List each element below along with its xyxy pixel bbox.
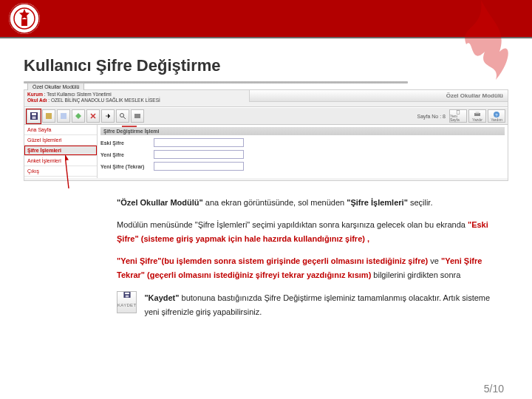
svg-point-8 (120, 114, 124, 117)
svg-rect-6 (46, 113, 52, 119)
bold-module: "Özel Okullar Modülü" (117, 198, 203, 207)
toolbar-btn-6[interactable] (116, 109, 129, 123)
new-pass-again-label: Yeni Şifre (Tekrar) (100, 164, 154, 169)
p3c: ve (428, 256, 441, 265)
para-3: "Yeni Şifre"(bu işlemden sonra sistem gi… (117, 254, 502, 282)
app-module-title: Özel Okullar Modülü (249, 90, 508, 102)
new-pass-label: Yeni Şifre (100, 152, 154, 157)
sidebar-item-survey[interactable]: Anket İşlemleri (24, 156, 97, 166)
new-page-label: Yenı Sayfa (450, 115, 466, 122)
panel-title: Şifre Değiştirme İşlemi (100, 127, 505, 135)
p1d: seçilir. (408, 198, 433, 207)
para-2: Modülün menüsünde "Şifre İşlemleri" seçi… (117, 218, 502, 246)
old-pass-input[interactable] (154, 138, 244, 147)
sidebar-item-exit[interactable]: Çıkış (24, 166, 97, 177)
workarea: Ana Sayfa Güzel İşlemleri Şifre İşlemler… (24, 125, 508, 178)
toolbar-btn-1[interactable] (42, 109, 55, 123)
content-panel: Şifre Değiştirme İşlemi Eski Şifre Yeni … (98, 125, 508, 178)
svg-rect-5 (32, 117, 35, 120)
bold-new-pass: "Yeni Şifre" (117, 256, 162, 265)
bold-password-ops: "Şifre İşlemleri" (347, 198, 408, 207)
sidebar-item-password[interactable]: Şifre İşlemleri (24, 146, 97, 156)
para-4: "Kaydet" butonuna bastığınızda Şifre Değ… (144, 291, 502, 319)
new-page-button[interactable]: Yenı Sayfa (449, 109, 467, 123)
field-new-password-again: Yeni Şifre (Tekrar) (100, 162, 505, 171)
login-val-1: Test Kullanıcı Sistem Yönetimi (47, 92, 111, 97)
help-label: Yardım (491, 118, 502, 122)
p3e: bilgilerini girdikten sonra (371, 270, 460, 279)
app-screenshot: Özel Okullar Modülü Kurum : Test Kullanı… (24, 89, 508, 181)
module-title-text: Özel Okullar Modülü (446, 92, 503, 99)
app-tab: Özel Okullar Modülü (27, 83, 84, 90)
svg-rect-7 (61, 113, 66, 119)
toolbar-btn-4[interactable] (86, 109, 100, 123)
save-icon-label: KAYDET (117, 299, 136, 313)
svg-rect-2 (21, 19, 27, 26)
ministry-emblem (9, 3, 40, 34)
print-button[interactable]: Yazdır (468, 109, 486, 123)
save-button[interactable] (27, 109, 41, 123)
sidebar-item-1[interactable]: Güzel İşlemleri (24, 135, 97, 146)
save-instruction-block: KAYDET "Kaydet" butonuna bastığınızda Şi… (117, 291, 502, 319)
bold-new-pass-desc: (bu işlemden sonra sistem girişinde geçe… (162, 256, 429, 265)
svg-rect-17 (125, 293, 129, 294)
svg-rect-11 (474, 113, 480, 116)
field-new-password: Yeni Şifre (100, 150, 505, 159)
flame-watermark (448, 0, 514, 81)
toolbar: Sayfa No : 8 Yenı Sayfa Yazdır ? Yardım (24, 107, 508, 125)
page-number: 5/10 (484, 383, 504, 395)
svg-rect-9 (134, 114, 140, 118)
field-old-password: Eski Şifre (100, 138, 505, 147)
new-pass-again-input[interactable] (154, 162, 244, 171)
login-key-2: Okul Adı (27, 98, 47, 103)
p1b: ana ekran görüntüsünde, sol menüden (203, 198, 347, 207)
svg-rect-12 (476, 112, 480, 114)
bold-save: "Kaydet" (144, 293, 179, 302)
para-1: "Özel Okullar Modülü" ana ekran görüntüs… (117, 196, 502, 210)
svg-rect-18 (125, 296, 129, 298)
toolbar-btn-3[interactable] (72, 109, 85, 123)
login-val-2: OZEL BİLİNÇ ANADOLU SAĞLIK MESLEK LİSESİ (51, 98, 160, 103)
doc-header (0, 0, 532, 37)
sidebar: Ana Sayfa Güzel İşlemleri Şifre İşlemler… (24, 125, 98, 178)
sidebar-item-home[interactable]: Ana Sayfa (24, 125, 97, 135)
old-pass-label: Eski Şifre (100, 140, 154, 146)
help-button[interactable]: ? Yardım (488, 109, 505, 123)
save-icon-inline: KAYDET (117, 291, 137, 313)
new-pass-input[interactable] (154, 150, 244, 159)
page-indicator: Sayfa No : 8 (415, 114, 447, 119)
p2a: Modülün menüsünde "Şifre İşlemleri" seçi… (117, 220, 468, 229)
svg-rect-4 (32, 113, 36, 115)
toolbar-btn-2[interactable] (57, 109, 70, 123)
print-label: Yazdır (472, 118, 482, 122)
login-key-1: Kurum (27, 92, 43, 97)
p4b: butonuna bastığınızda Şifre Değiştirme i… (144, 293, 490, 316)
instruction-text: "Özel Okullar Modülü" ana ekran görüntüs… (117, 196, 502, 319)
toolbar-btn-5[interactable] (101, 109, 115, 123)
toolbar-btn-7[interactable] (131, 109, 144, 123)
